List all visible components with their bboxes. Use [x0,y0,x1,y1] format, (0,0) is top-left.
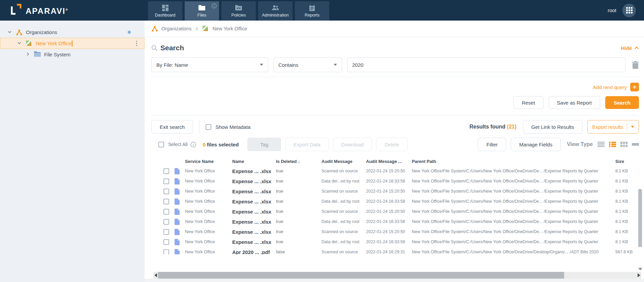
vertical-scrollbar[interactable] [638,183,642,271]
table-row[interactable]: New York Office Expense ... .xlsx true D… [145,196,644,206]
horizontal-scrollbar[interactable] [153,272,641,279]
cell-audit-message: Scanned on source [321,169,366,173]
cell-audit-message: Data del...ed by root [321,219,366,224]
row-checkbox[interactable] [163,209,169,215]
sidebar-item-file-system[interactable]: File System [0,49,145,60]
app-grid-button[interactable] [622,4,636,17]
reset-button[interactable]: Reset [513,96,543,109]
selected-count: 0 [203,142,206,147]
add-next-query-link[interactable]: Add next query [593,84,627,90]
results-rows: New York Office Expense ... .xlsx true S… [145,166,644,254]
row-checkbox[interactable] [163,249,169,255]
cell-audit-message-time: 2022-01-24 15:20:50 [366,209,412,214]
download-button[interactable]: Download [333,138,372,151]
get-link-button[interactable]: Get Link to Results [523,120,583,134]
table-row[interactable]: New York Office Expense ... .xlsx true D… [145,176,644,186]
tab-dashboard[interactable]: Dashboard [148,1,182,21]
manage-fields-button[interactable]: Manage Fields [511,138,561,151]
tab-policies[interactable]: Policies [221,1,256,21]
header-name[interactable]: Name [232,159,276,164]
organizations-icon [151,25,158,32]
exit-search-button[interactable]: Exit search [151,120,193,134]
list-view-icon[interactable] [597,142,605,147]
grid-view-icon[interactable] [620,142,627,147]
single-view-icon[interactable] [632,142,639,147]
header-parent-path[interactable]: Parent Path [412,159,615,164]
cell-is-deleted: true [276,169,321,173]
info-icon[interactable] [212,3,217,8]
tab-files[interactable]: Files [185,1,219,21]
file-icon [175,188,180,195]
hide-search-link[interactable]: Hide [621,45,639,51]
scroll-left-arrow[interactable] [154,273,157,277]
field-select[interactable]: By File: Name [151,57,268,72]
table-row[interactable]: New York Office Expense ... .xlsx true S… [145,186,644,196]
files-selected-text: 0 files selected [203,142,239,147]
row-checkbox[interactable] [163,189,169,194]
tag-button[interactable]: Tag [247,138,281,151]
delete-button[interactable]: Delete [376,138,407,151]
select-all-checkbox[interactable] [158,142,164,147]
user-name: root [608,7,616,13]
table-row[interactable]: New York Office Expense ... .xlsx true S… [145,227,644,237]
row-checkbox[interactable] [163,178,169,184]
chevron-right-icon[interactable] [26,52,31,57]
scroll-right-arrow[interactable] [638,273,640,277]
add-next-query-button[interactable]: + [630,83,639,91]
sidebar-item-new-york-office[interactable]: New York Office [0,38,145,49]
sidebar-item-label: File System [44,52,70,57]
tab-dashboard-label: Dashboard [155,13,175,18]
files-selected-suffix: files selected [206,142,239,147]
show-metadata-checkbox[interactable] [206,124,211,130]
scroll-down-arrow[interactable] [638,268,642,271]
chevron-right-icon [195,27,199,31]
vertical-scroll-thumb[interactable] [638,190,642,247]
save-as-report-button[interactable]: Save as Report [549,96,600,109]
horizontal-scroll-thumb[interactable] [158,272,564,279]
row-checkbox[interactable] [163,229,169,235]
field-select-value: By File: Name [156,62,188,68]
file-icon [175,229,180,235]
selection-toolbar: Select All 0 files selected Tag Export D… [151,138,639,151]
cell-parent-path: New York Office/File System/C:/Users/New… [412,250,615,254]
table-row[interactable]: New York Office Expense ... .xlsx true D… [145,237,644,247]
chevron-down-icon[interactable] [7,30,12,35]
results-toolbar: Exit search Show Metadata Results found … [151,120,639,134]
row-checkbox[interactable] [163,219,169,225]
info-icon[interactable] [190,142,196,147]
tab-reports[interactable]: Reports [295,1,329,21]
table-row[interactable]: New York Office Apr 2020 ... .pdf false … [145,247,644,254]
breadcrumb-current[interactable]: New York Office [212,26,247,31]
detail-list-view-icon[interactable] [609,142,616,147]
cell-parent-path: New York Office/File System/C:/Users/New… [412,239,615,244]
header-size[interactable]: Size [615,159,642,164]
table-row[interactable]: New York Office Expense ... .xlsx true D… [145,217,644,227]
header-service-name[interactable]: Service Name [185,159,232,164]
sidebar-item-organizations[interactable]: Organizations [0,27,145,38]
operator-select[interactable]: Contains [273,57,342,72]
export-results-button[interactable]: Export results [587,120,639,134]
table-row[interactable]: New York Office Expense ... .xlsx true S… [145,206,644,217]
breadcrumb-organizations[interactable]: Organizations [161,26,191,31]
search-button[interactable]: Search [605,96,639,109]
export-data-button[interactable]: Export Data [285,138,329,151]
cell-name: Expense ... .xlsx [232,168,276,174]
header-audit-message[interactable]: Audit Message [321,159,366,164]
row-checkbox[interactable] [163,239,169,245]
cell-service-name: New York Office [185,219,232,224]
header-audit-message-time[interactable]: Audit Message ... [366,159,412,164]
header-is-deleted[interactable]: Is Deleted ↓ [276,159,321,164]
table-row[interactable]: New York Office Expense ... .xlsx true S… [145,166,644,176]
grid-icon [626,7,633,13]
filter-button[interactable]: Filter [478,138,506,151]
kebab-menu-icon[interactable] [135,40,139,47]
cell-parent-path: New York Office/File System/C:/Users/New… [412,189,615,194]
row-checkbox[interactable] [163,168,169,174]
chevron-down-icon[interactable] [17,41,22,46]
row-checkbox[interactable] [163,199,169,204]
delete-query-button[interactable] [632,61,639,69]
cell-audit-message-time: 2022-01-24 15:20:50 [366,169,412,173]
tab-administration[interactable]: Administration [258,1,293,21]
query-value-input[interactable] [347,57,625,72]
policies-folder-icon [235,4,242,11]
